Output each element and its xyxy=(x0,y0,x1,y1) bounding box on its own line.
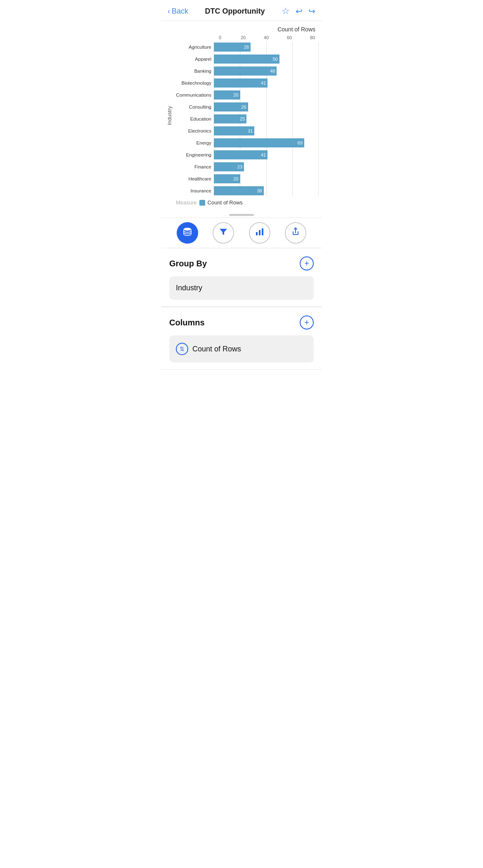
svg-point-0 xyxy=(184,228,191,231)
bar-row[interactable]: Electronics31 xyxy=(173,126,319,136)
bar-value: 50 xyxy=(273,57,278,62)
bottom-toolbar xyxy=(161,218,322,248)
bar-track: 50 xyxy=(214,54,319,64)
bar-row[interactable]: Insurance38 xyxy=(173,185,319,196)
svg-marker-1 xyxy=(220,229,227,235)
bar-label: Agriculture xyxy=(173,45,214,50)
bar-label: Banking xyxy=(173,69,214,74)
bar-track: 41 xyxy=(214,149,319,160)
sort-icon: ⇅ xyxy=(180,346,185,352)
bar-fill: 50 xyxy=(214,55,279,64)
bar-fill: 28 xyxy=(214,43,251,52)
legend-label: Count of Rows xyxy=(208,199,243,206)
bar-row[interactable]: Apparel50 xyxy=(173,54,319,64)
y-axis-label: Industry xyxy=(164,35,173,196)
group-by-item[interactable]: Industry xyxy=(169,276,314,300)
toolbar-chart-button[interactable] xyxy=(249,222,270,244)
bar-row[interactable]: Healthcare20 xyxy=(173,173,319,184)
bar-label: Electronics xyxy=(173,128,214,133)
bar-label: Biotechnology xyxy=(173,81,214,85)
bar-track: 20 xyxy=(214,173,319,184)
bar-row[interactable]: Biotechnology41 xyxy=(173,78,319,88)
bar-label: Insurance xyxy=(173,188,214,193)
x-tick: 80 xyxy=(306,35,319,40)
bar-value: 48 xyxy=(270,69,275,74)
bar-fill: 38 xyxy=(214,186,264,195)
back-chevron-icon: ‹ xyxy=(168,7,170,16)
chart-title: Count of Rows xyxy=(164,26,315,33)
bar-track: 41 xyxy=(214,78,319,88)
bar-value: 20 xyxy=(233,176,238,181)
bar-value: 26 xyxy=(241,104,246,109)
undo-icon[interactable]: ↩ xyxy=(296,6,303,16)
x-tick: 40 xyxy=(260,35,272,40)
bar-row[interactable]: Education25 xyxy=(173,114,319,124)
bar-label: Finance xyxy=(173,164,214,169)
bar-value: 41 xyxy=(261,152,266,157)
toolbar-share-button[interactable] xyxy=(285,222,306,244)
star-icon[interactable]: ☆ xyxy=(282,6,290,17)
sort-icon-circle: ⇅ xyxy=(176,343,188,355)
columns-section: Columns + ⇅ Count of Rows xyxy=(161,307,322,370)
data-icon xyxy=(182,226,193,240)
bar-value: 69 xyxy=(298,140,303,145)
toolbar-filter-button[interactable] xyxy=(213,222,234,244)
x-tick: 0 xyxy=(214,35,226,40)
share-icon xyxy=(291,227,300,239)
x-axis: 020406080 xyxy=(173,35,319,40)
bar-value: 41 xyxy=(261,81,266,85)
group-by-header: Group By + xyxy=(169,256,314,270)
columns-title: Columns xyxy=(169,318,205,327)
toolbar-data-button[interactable] xyxy=(177,222,198,244)
columns-item-label: Count of Rows xyxy=(192,345,241,353)
bar-value: 20 xyxy=(233,92,238,97)
bar-track: 28 xyxy=(214,42,319,52)
columns-item[interactable]: ⇅ Count of Rows xyxy=(169,335,314,363)
bar-value: 31 xyxy=(248,128,253,133)
bar-row[interactable]: Finance23 xyxy=(173,161,319,172)
x-tick: 60 xyxy=(283,35,296,40)
group-by-add-button[interactable]: + xyxy=(300,256,314,270)
bar-fill: 69 xyxy=(214,138,304,147)
filter-icon xyxy=(219,227,228,239)
bar-track: 48 xyxy=(214,66,319,76)
bar-row[interactable]: Consulting26 xyxy=(173,102,319,112)
bar-fill: 41 xyxy=(214,150,268,159)
chart-legend: Measure Count of Rows xyxy=(173,196,319,207)
bar-track: 38 xyxy=(214,185,319,196)
bar-track: 26 xyxy=(214,102,319,112)
bar-fill: 48 xyxy=(214,66,277,76)
svg-rect-2 xyxy=(256,232,258,235)
svg-rect-3 xyxy=(259,230,260,235)
bar-fill: 25 xyxy=(214,114,246,123)
back-button[interactable]: ‹ Back xyxy=(168,7,188,16)
bar-row[interactable]: Energy69 xyxy=(173,138,319,148)
bar-value: 25 xyxy=(240,116,245,121)
bar-fill: 31 xyxy=(214,126,254,135)
bar-label: Consulting xyxy=(173,104,214,109)
bar-value: 28 xyxy=(244,45,249,50)
back-label: Back xyxy=(172,7,188,16)
bar-row[interactable]: Banking48 xyxy=(173,66,319,76)
columns-add-button[interactable]: + xyxy=(300,315,314,330)
bar-row[interactable]: Agriculture28 xyxy=(173,42,319,52)
chart-icon xyxy=(255,227,264,239)
bar-value: 23 xyxy=(237,164,242,169)
chart-container: Count of Rows Industry 020406080 Agricul… xyxy=(161,21,322,211)
x-tick: 20 xyxy=(237,35,249,40)
bar-track: 31 xyxy=(214,126,319,136)
header-actions: ☆ ↩ ↪ xyxy=(282,6,315,17)
header: ‹ Back DTC Opportunity ☆ ↩ ↪ xyxy=(161,0,322,21)
bar-row[interactable]: Communications20 xyxy=(173,90,319,100)
bar-fill: 23 xyxy=(214,162,244,171)
svg-rect-4 xyxy=(262,228,263,235)
group-by-item-label: Industry xyxy=(176,284,202,292)
redo-icon[interactable]: ↪ xyxy=(308,6,315,16)
bar-row[interactable]: Engineering41 xyxy=(173,149,319,160)
bar-track: 25 xyxy=(214,114,319,124)
scroll-pill xyxy=(229,214,254,216)
bar-label: Communications xyxy=(173,92,214,97)
bar-track: 23 xyxy=(214,161,319,172)
group-by-add-icon: + xyxy=(304,259,309,268)
legend-measure-label: Measure xyxy=(176,199,197,206)
